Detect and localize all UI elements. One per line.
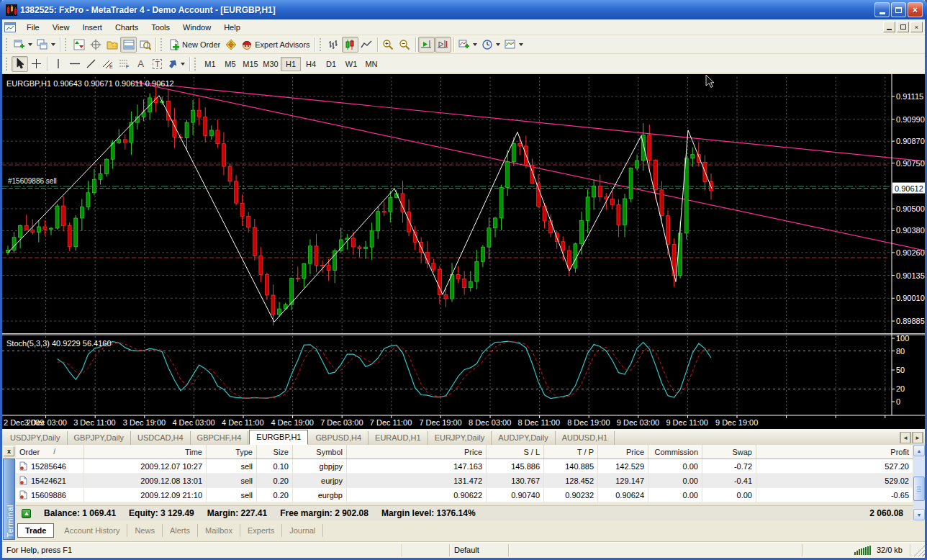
crosshair-tool-button[interactable] <box>28 56 45 72</box>
title-bar[interactable]: 1382525: FxPro - MetaTrader 4 - Demo Acc… <box>0 0 927 19</box>
column-header-type[interactable]: Type <box>207 445 257 459</box>
child-minimize-button[interactable] <box>883 22 895 32</box>
minimize-button[interactable] <box>874 2 890 17</box>
expert-advisors-button[interactable]: Expert Advisors <box>239 37 312 53</box>
timeframe-h4[interactable]: H4 <box>301 57 321 71</box>
column-header-order[interactable]: Order/ <box>16 445 84 459</box>
timeframe-h1[interactable]: H1 <box>281 57 301 71</box>
horizontal-line-tool-button[interactable] <box>66 56 83 72</box>
terminal-tab-account-history[interactable]: Account History <box>57 524 127 537</box>
toolbar-grip[interactable] <box>65 38 68 51</box>
column-header-price[interactable]: Price <box>347 445 487 459</box>
bar-chart-button[interactable] <box>325 37 342 53</box>
scroll-up-button[interactable]: ▲ <box>913 445 925 456</box>
terminal-tab-journal[interactable]: Journal <box>282 524 323 537</box>
timeframe-d1[interactable]: D1 <box>321 57 341 71</box>
periods-button[interactable] <box>479 37 502 53</box>
order-row-15424621[interactable]: 154246212009.12.08 13:01sell0.20eurjpy13… <box>16 474 913 488</box>
timeframe-w1[interactable]: W1 <box>341 57 361 71</box>
new-chart-button[interactable] <box>12 37 35 53</box>
text-label-tool-button[interactable]: T <box>149 56 166 72</box>
menu-insert[interactable]: Insert <box>76 20 109 35</box>
profiles-button[interactable] <box>35 37 58 53</box>
zoom-out-button[interactable] <box>397 37 413 53</box>
chart-tab-eurjpy-daily[interactable]: EURJPY,Daily <box>428 431 492 445</box>
chart-tabs-scroll-left-button[interactable]: ◄ <box>900 432 911 443</box>
terminal-toggle-button[interactable] <box>120 37 137 53</box>
metaeditor-button[interactable] <box>222 37 239 53</box>
line-chart-button[interactable] <box>358 37 375 53</box>
terminal-tab-experts[interactable]: Experts <box>240 524 282 537</box>
chart-tab-audjpy-daily[interactable]: AUDJPY,Daily <box>492 431 556 445</box>
text-tool-button[interactable]: A <box>132 56 149 72</box>
column-header-price[interactable]: Price <box>598 445 648 459</box>
cursor-tool-button[interactable] <box>12 56 28 72</box>
zoom-in-button[interactable] <box>380 37 397 53</box>
order-row-15285646[interactable]: 152856462009.12.07 10:27sell0.10gbpjpy14… <box>16 459 913 474</box>
menu-view[interactable]: View <box>46 20 76 35</box>
timeframe-m15[interactable]: M15 <box>240 57 261 71</box>
timeframe-m30[interactable]: M30 <box>261 57 281 71</box>
chart-tab-gbpusd-h4[interactable]: GBPUSD,H4 <box>309 431 368 445</box>
column-header-t-p[interactable]: T / P <box>544 445 598 459</box>
chart-tab-eurgbp-h1[interactable]: EURGBP,H1 <box>249 430 308 445</box>
column-header-profit[interactable]: Profit <box>756 445 913 459</box>
chart-tab-gbpjpy-daily[interactable]: GBPJPY,Daily <box>68 431 132 445</box>
arrows-tool-button[interactable] <box>166 56 187 72</box>
strategy-tester-button[interactable] <box>137 37 153 53</box>
navigator-button[interactable] <box>104 37 120 53</box>
maximize-button[interactable] <box>891 2 906 17</box>
terminal-tab-alerts[interactable]: Alerts <box>163 524 198 537</box>
status-connection[interactable]: 32/0 kb <box>802 544 910 556</box>
close-button[interactable]: × <box>908 2 923 17</box>
candlestick-chart-button[interactable] <box>342 37 358 53</box>
chart-tab-usdcad-h4[interactable]: USDCAD,H4 <box>131 431 191 445</box>
terminal-scrollbar[interactable]: ▲ ▼ <box>913 445 925 520</box>
chart-area[interactable]: 0.911150.909900.908700.907500.905000.903… <box>2 74 925 429</box>
chart-tabs-scroll-right-button[interactable]: ► <box>912 432 923 443</box>
chart-tab-euraud-h1[interactable]: EURAUD,H1 <box>368 431 428 445</box>
toolbar-grip[interactable] <box>160 38 164 51</box>
vertical-line-tool-button[interactable] <box>50 56 66 72</box>
market-watch-button[interactable] <box>71 37 87 53</box>
chart-shift-button[interactable] <box>435 37 451 53</box>
chart-tab-gbpchf-h4[interactable]: GBPCHF,H4 <box>191 431 249 445</box>
menu-charts[interactable]: Charts <box>109 20 145 35</box>
column-header-size[interactable]: Size <box>257 445 293 459</box>
data-window-button[interactable] <box>87 37 104 53</box>
order-row-15609886[interactable]: 156098862009.12.09 21:10sell0.20eurgbp0.… <box>16 488 913 502</box>
child-close-button[interactable]: × <box>910 22 923 32</box>
status-profile[interactable]: Default <box>450 544 509 556</box>
templates-button[interactable] <box>502 37 525 53</box>
timeframe-m1[interactable]: M1 <box>200 57 220 71</box>
chart-tab-audusd-h1[interactable]: AUDUSD,H1 <box>556 431 615 445</box>
resize-grip[interactable] <box>912 543 925 556</box>
terminal-side-bar[interactable]: Terminal <box>3 459 15 540</box>
column-header-commission[interactable]: Commission <box>648 445 702 459</box>
toolbar-grip[interactable] <box>6 38 9 51</box>
terminal-tab-news[interactable]: News <box>127 524 163 537</box>
menu-help[interactable]: Help <box>217 20 247 35</box>
terminal-close-button[interactable]: x <box>4 446 14 456</box>
channel-tool-button[interactable]: E <box>99 56 116 72</box>
price-chart[interactable]: 0.911150.909900.908700.907500.905000.903… <box>2 74 925 429</box>
child-restore-button[interactable] <box>897 22 909 32</box>
column-header-s-l[interactable]: S / L <box>487 445 544 459</box>
terminal-tab-trade[interactable]: Trade <box>17 523 54 538</box>
menu-file[interactable]: File <box>20 20 46 35</box>
orders-table-header[interactable]: Order/TimeTypeSizeSymbolPriceS / LT / PP… <box>16 445 913 459</box>
new-order-button[interactable]: New Order <box>166 37 222 53</box>
column-header-swap[interactable]: Swap <box>702 445 756 459</box>
scroll-down-button[interactable]: ▼ <box>913 509 925 520</box>
scroll-thumb[interactable] <box>913 477 925 501</box>
menu-window[interactable]: Window <box>176 20 217 35</box>
timeframe-m5[interactable]: M5 <box>220 57 240 71</box>
toolbar-grip[interactable] <box>6 58 9 71</box>
toolbar-grip[interactable] <box>194 58 198 71</box>
toolbar-grip[interactable] <box>320 38 323 51</box>
terminal-tab-mailbox[interactable]: Mailbox <box>198 524 240 537</box>
auto-scroll-button[interactable] <box>418 37 435 53</box>
menu-tools[interactable]: Tools <box>145 20 176 35</box>
trendline-tool-button[interactable] <box>83 56 99 72</box>
chart-tab-usdjpy-daily[interactable]: USDJPY,Daily <box>4 431 68 445</box>
